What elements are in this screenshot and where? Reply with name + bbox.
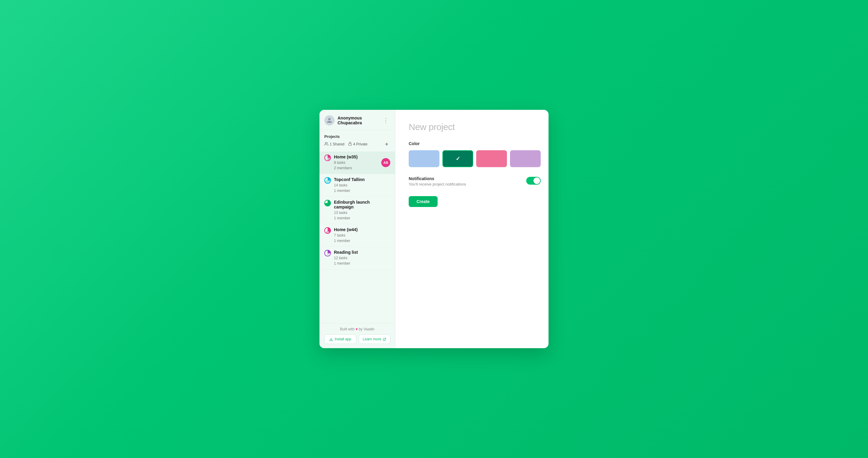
install-app-button[interactable]: Install app <box>324 334 356 344</box>
sidebar-footer: Built with ♥ by Vaadin Install app Learn… <box>319 323 395 348</box>
list-item[interactable]: Reading list 12 tasks1 member <box>319 247 395 269</box>
color-check-icon: ✓ <box>456 155 460 162</box>
project-icon <box>324 154 331 161</box>
project-left: Edinburgh launch campaign 13 tasks1 memb… <box>324 200 390 221</box>
footer-built: Built with ♥ by Vaadin <box>324 327 390 331</box>
project-avatar: AB <box>381 158 390 167</box>
project-left: Reading list 12 tasks1 member <box>324 250 358 266</box>
project-left: Topconf Tallinn 14 tasks1 member <box>324 177 365 193</box>
username: Anonymous Chupacabra <box>338 116 381 125</box>
projects-section: Projects 1 Shared <box>319 130 395 150</box>
svg-rect-1 <box>348 144 351 145</box>
project-name: Home (w35) <box>334 154 358 159</box>
main-content: New project Color ✓ Notifications You'll… <box>396 110 549 348</box>
svg-line-8 <box>384 338 386 339</box>
project-stats: 14 tasks1 member <box>334 182 365 193</box>
notifications-desc: You'll receive project notifications <box>409 182 466 187</box>
project-stats: 12 tasks1 member <box>334 255 358 266</box>
color-swatch-purple[interactable] <box>510 150 541 167</box>
project-left: Home (w44) 7 tasks1 member <box>324 227 358 244</box>
avatar <box>324 115 335 125</box>
list-item[interactable]: Edinburgh launch campaign 13 tasks1 memb… <box>319 197 395 224</box>
project-stats: 7 tasks1 member <box>334 233 358 244</box>
list-item[interactable]: Home (w35) 8 tasks2 members AB <box>319 151 395 174</box>
projects-meta: 1 Shared 4 Private + <box>324 141 390 148</box>
app-container: Anonymous Chupacabra ⋮ Projects <box>319 110 549 348</box>
color-swatch-green[interactable]: ✓ <box>442 150 473 167</box>
color-swatch-pink[interactable] <box>476 150 507 167</box>
project-name: Topconf Tallinn <box>334 177 365 182</box>
sidebar: Anonymous Chupacabra ⋮ Projects <box>319 110 396 348</box>
users-icon <box>324 142 329 146</box>
project-name: Reading list <box>334 250 358 255</box>
notifications-section: Notifications You'll receive project not… <box>409 176 541 188</box>
page-title: New project <box>409 122 541 132</box>
lock-icon <box>348 142 352 147</box>
list-item[interactable]: Home (w44) 7 tasks1 member <box>319 224 395 247</box>
project-details: Edinburgh launch campaign 13 tasks1 memb… <box>334 200 390 221</box>
project-left: Home (w35) 8 tasks2 members <box>324 154 358 171</box>
project-stats: 13 tasks1 member <box>334 210 390 221</box>
notifications-title: Notifications <box>409 176 466 181</box>
user-info: Anonymous Chupacabra <box>324 115 381 125</box>
lock-svg <box>348 142 352 146</box>
projects-label: Projects <box>324 134 390 139</box>
notifications-text: Notifications You'll receive project not… <box>409 176 466 187</box>
project-name: Edinburgh launch campaign <box>334 200 390 209</box>
toggle-knob <box>533 177 540 184</box>
project-details: Reading list 12 tasks1 member <box>334 250 358 266</box>
heart-icon: ♥ <box>355 327 358 331</box>
user-icon <box>327 117 333 123</box>
projects-counts: 1 Shared 4 Private <box>324 142 367 147</box>
svg-point-0 <box>325 142 327 144</box>
color-swatch-blue[interactable] <box>409 150 439 167</box>
project-list: Home (w35) 8 tasks2 members AB Topconf T… <box>319 150 395 323</box>
footer-actions: Install app Learn more <box>324 334 390 344</box>
sidebar-header: Anonymous Chupacabra ⋮ <box>319 110 395 130</box>
list-item[interactable]: Topconf Tallinn 14 tasks1 member <box>319 174 395 197</box>
project-stats: 8 tasks2 members <box>334 160 358 171</box>
more-menu-icon[interactable]: ⋮ <box>381 116 390 124</box>
project-details: Home (w44) 7 tasks1 member <box>334 227 358 244</box>
private-count: 4 Private <box>348 142 367 147</box>
project-icon <box>324 227 331 234</box>
project-icon <box>324 177 331 184</box>
color-label: Color <box>409 141 541 146</box>
shared-icon <box>324 142 329 147</box>
project-details: Home (w35) 8 tasks2 members <box>334 154 358 171</box>
notifications-toggle[interactable] <box>526 177 541 184</box>
project-details: Topconf Tallinn 14 tasks1 member <box>334 177 365 193</box>
download-icon <box>329 337 333 341</box>
create-button[interactable]: Create <box>409 196 438 207</box>
project-name: Home (w44) <box>334 227 358 232</box>
learn-more-button[interactable]: Learn more <box>359 334 391 344</box>
color-options: ✓ <box>409 150 541 167</box>
external-link-icon <box>383 338 386 341</box>
project-icon <box>324 200 331 206</box>
add-project-button[interactable]: + <box>383 141 390 148</box>
shared-count: 1 Shared <box>324 142 344 147</box>
project-icon <box>324 250 331 256</box>
